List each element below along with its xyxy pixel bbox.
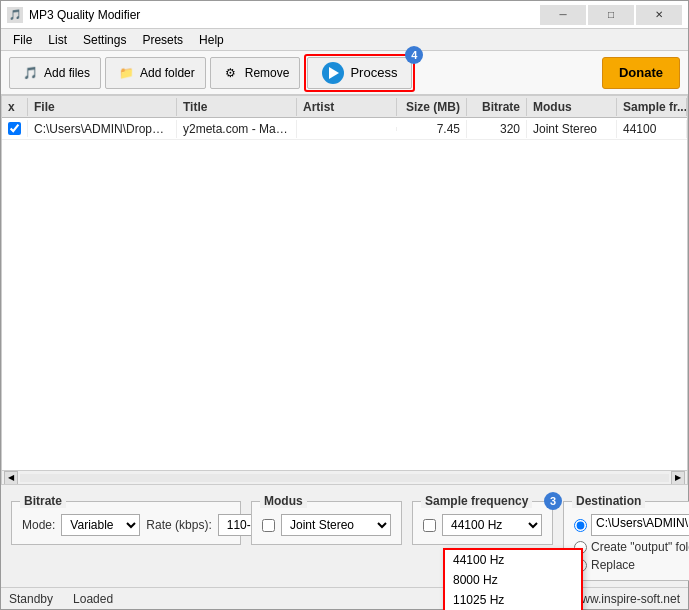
freq-option-8000[interactable]: 8000 Hz bbox=[445, 570, 581, 590]
sample-checkbox[interactable] bbox=[423, 519, 436, 532]
col-header-title: Title bbox=[177, 98, 297, 116]
status-loaded: Loaded bbox=[73, 592, 113, 606]
modus-select[interactable]: Joint Stereo Stereo Mono Dual Channel bbox=[281, 514, 391, 536]
process-button[interactable]: Process bbox=[307, 57, 412, 89]
remove-icon: ⚙ bbox=[221, 63, 241, 83]
status-standby: Standby bbox=[9, 592, 53, 606]
toolbar: 🎵 Add files 📁 Add folder ⚙ Remove 4 Proc… bbox=[1, 51, 688, 95]
process-badge: 4 bbox=[405, 46, 423, 64]
app-icon: 🎵 bbox=[7, 7, 23, 23]
row-checkbox-cell[interactable] bbox=[2, 120, 28, 137]
minimize-button[interactable]: ─ bbox=[540, 5, 586, 25]
modus-row: Joint Stereo Stereo Mono Dual Channel bbox=[262, 514, 391, 536]
play-icon bbox=[322, 62, 344, 84]
freq-option-44100[interactable]: 44100 Hz bbox=[445, 550, 581, 570]
row-title: y2meta.com - Maroo... bbox=[177, 120, 297, 138]
add-files-button[interactable]: 🎵 Add files bbox=[9, 57, 101, 89]
col-header-artist: Artist bbox=[297, 98, 397, 116]
mode-label: Mode: bbox=[22, 518, 55, 532]
menu-presets[interactable]: Presets bbox=[134, 31, 191, 49]
scroll-track[interactable] bbox=[20, 474, 669, 482]
dest-path-field: C:\Users\ADMIN\Dropbox\PC bbox=[591, 514, 689, 536]
sample-frequency-group: Sample frequency 3 44100 Hz 8000 Hz 1102… bbox=[412, 501, 553, 545]
menu-settings[interactable]: Settings bbox=[75, 31, 134, 49]
modus-checkbox[interactable] bbox=[262, 519, 275, 532]
play-triangle bbox=[329, 67, 339, 79]
menu-bar: File List Settings Presets Help bbox=[1, 29, 688, 51]
window-title: MP3 Quality Modifier bbox=[29, 8, 140, 22]
table-header: x File Title Artist Size (MB) Bitrate Mo… bbox=[2, 96, 687, 118]
bottom-groups-row: Bitrate Mode: Variable Constant Average … bbox=[11, 493, 678, 581]
col-header-x: x bbox=[2, 98, 28, 116]
col-header-size: Size (MB) bbox=[397, 98, 467, 116]
destination-path-row: C:\Users\ADMIN\Dropbox\PC ... bbox=[574, 514, 689, 536]
row-size: 7.45 bbox=[397, 120, 467, 138]
bitrate-group: Bitrate Mode: Variable Constant Average … bbox=[11, 501, 241, 545]
dest-output-folder-row: Create "output" folder bbox=[574, 540, 689, 554]
close-button[interactable]: ✕ bbox=[636, 5, 682, 25]
rate-label: Rate (kbps): bbox=[146, 518, 211, 532]
sample-badge: 3 bbox=[544, 492, 562, 510]
menu-file[interactable]: File bbox=[5, 31, 40, 49]
bitrate-label: Bitrate bbox=[20, 494, 66, 508]
add-files-icon: 🎵 bbox=[20, 63, 40, 83]
dest-replace-row: Replace bbox=[574, 558, 689, 572]
file-table: x File Title Artist Size (MB) Bitrate Mo… bbox=[1, 95, 688, 485]
menu-list[interactable]: List bbox=[40, 31, 75, 49]
sample-frequency-label: Sample frequency bbox=[421, 494, 532, 508]
modus-label: Modus bbox=[260, 494, 307, 508]
replace-label: Replace bbox=[591, 558, 635, 572]
output-folder-label: Create "output" folder bbox=[591, 540, 689, 554]
modus-group: Modus Joint Stereo Stereo Mono Dual Chan… bbox=[251, 501, 402, 545]
col-header-sample: Sample fr... bbox=[617, 98, 687, 116]
maximize-button[interactable]: □ bbox=[588, 5, 634, 25]
freq-option-11025[interactable]: 11025 Hz bbox=[445, 590, 581, 610]
status-bar: Standby Loaded www.inspire-soft.net bbox=[1, 587, 688, 609]
process-button-wrap: 4 Process bbox=[304, 54, 415, 92]
status-left: Standby Loaded bbox=[9, 592, 113, 606]
freq-select[interactable]: 44100 Hz 8000 Hz 11025 Hz 12000 Hz 16000… bbox=[442, 514, 542, 536]
horizontal-scrollbar[interactable]: ◀ ▶ bbox=[2, 470, 687, 484]
destination-label: Destination bbox=[572, 494, 645, 508]
menu-help[interactable]: Help bbox=[191, 31, 232, 49]
col-header-bitrate: Bitrate bbox=[467, 98, 527, 116]
donate-button[interactable]: Donate bbox=[602, 57, 680, 89]
add-folder-icon: 📁 bbox=[116, 63, 136, 83]
add-folder-button[interactable]: 📁 Add folder bbox=[105, 57, 206, 89]
freq-dropdown[interactable]: 44100 Hz 8000 Hz 11025 Hz 12000 Hz 16000… bbox=[443, 548, 583, 610]
mode-select[interactable]: Variable Constant Average bbox=[61, 514, 140, 536]
row-modus: Joint Stereo bbox=[527, 120, 617, 138]
sample-row: 44100 Hz 8000 Hz 11025 Hz 12000 Hz 16000… bbox=[423, 514, 542, 536]
row-bitrate: 320 bbox=[467, 120, 527, 138]
row-checkbox[interactable] bbox=[8, 122, 21, 135]
dest-radio-path[interactable] bbox=[574, 519, 587, 532]
row-artist bbox=[297, 127, 397, 131]
table-body: C:\Users\ADMIN\Dropbox... y2meta.com - M… bbox=[2, 118, 687, 470]
scroll-left-button[interactable]: ◀ bbox=[4, 471, 18, 485]
status-url: www.inspire-soft.net bbox=[573, 592, 680, 606]
scroll-right-button[interactable]: ▶ bbox=[671, 471, 685, 485]
remove-button[interactable]: ⚙ Remove bbox=[210, 57, 301, 89]
title-bar: 🎵 MP3 Quality Modifier ─ □ ✕ bbox=[1, 1, 688, 29]
bottom-panel: Bitrate Mode: Variable Constant Average … bbox=[1, 485, 688, 581]
col-header-file: File bbox=[28, 98, 177, 116]
title-bar-left: 🎵 MP3 Quality Modifier bbox=[7, 7, 140, 23]
title-controls: ─ □ ✕ bbox=[540, 5, 682, 25]
row-file: C:\Users\ADMIN\Dropbox... bbox=[28, 120, 177, 138]
table-row[interactable]: C:\Users\ADMIN\Dropbox... y2meta.com - M… bbox=[2, 118, 687, 140]
row-sample: 44100 bbox=[617, 120, 687, 138]
bitrate-mode-row: Mode: Variable Constant Average Rate (kb… bbox=[22, 514, 230, 536]
col-header-modus: Modus bbox=[527, 98, 617, 116]
main-window: 🎵 MP3 Quality Modifier ─ □ ✕ File List S… bbox=[0, 0, 689, 610]
